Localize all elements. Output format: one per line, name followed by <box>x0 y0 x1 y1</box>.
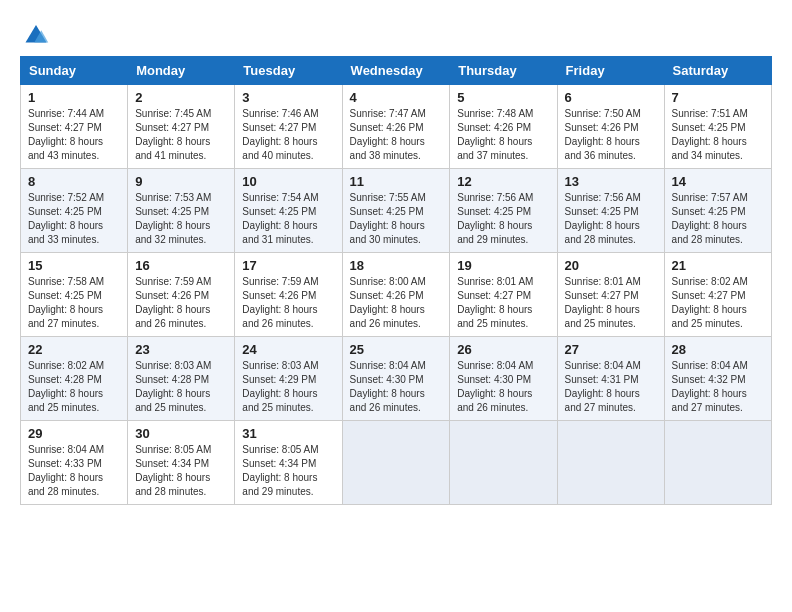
calendar-cell <box>664 421 771 505</box>
calendar-cell: 27Sunrise: 8:04 AMSunset: 4:31 PMDayligh… <box>557 337 664 421</box>
day-detail: Sunrise: 7:58 AMSunset: 4:25 PMDaylight:… <box>28 276 104 329</box>
calendar-cell: 6Sunrise: 7:50 AMSunset: 4:26 PMDaylight… <box>557 85 664 169</box>
calendar-cell: 29Sunrise: 8:04 AMSunset: 4:33 PMDayligh… <box>21 421 128 505</box>
calendar-cell: 26Sunrise: 8:04 AMSunset: 4:30 PMDayligh… <box>450 337 557 421</box>
day-number: 21 <box>672 258 764 273</box>
calendar-cell: 17Sunrise: 7:59 AMSunset: 4:26 PMDayligh… <box>235 253 342 337</box>
day-number: 7 <box>672 90 764 105</box>
day-number: 26 <box>457 342 549 357</box>
day-detail: Sunrise: 8:02 AMSunset: 4:27 PMDaylight:… <box>672 276 748 329</box>
day-detail: Sunrise: 8:05 AMSunset: 4:34 PMDaylight:… <box>242 444 318 497</box>
day-detail: Sunrise: 7:46 AMSunset: 4:27 PMDaylight:… <box>242 108 318 161</box>
header-thursday: Thursday <box>450 57 557 85</box>
day-detail: Sunrise: 7:56 AMSunset: 4:25 PMDaylight:… <box>457 192 533 245</box>
day-detail: Sunrise: 7:55 AMSunset: 4:25 PMDaylight:… <box>350 192 426 245</box>
page-header <box>20 18 772 46</box>
calendar-cell: 9Sunrise: 7:53 AMSunset: 4:25 PMDaylight… <box>128 169 235 253</box>
calendar-week-5: 29Sunrise: 8:04 AMSunset: 4:33 PMDayligh… <box>21 421 772 505</box>
calendar-cell <box>450 421 557 505</box>
calendar-cell: 13Sunrise: 7:56 AMSunset: 4:25 PMDayligh… <box>557 169 664 253</box>
calendar-cell: 3Sunrise: 7:46 AMSunset: 4:27 PMDaylight… <box>235 85 342 169</box>
day-detail: Sunrise: 8:04 AMSunset: 4:30 PMDaylight:… <box>350 360 426 413</box>
day-number: 14 <box>672 174 764 189</box>
calendar-week-4: 22Sunrise: 8:02 AMSunset: 4:28 PMDayligh… <box>21 337 772 421</box>
calendar-cell: 23Sunrise: 8:03 AMSunset: 4:28 PMDayligh… <box>128 337 235 421</box>
day-number: 3 <box>242 90 334 105</box>
header-wednesday: Wednesday <box>342 57 450 85</box>
calendar-cell: 1Sunrise: 7:44 AMSunset: 4:27 PMDaylight… <box>21 85 128 169</box>
logo <box>20 18 50 46</box>
day-number: 18 <box>350 258 443 273</box>
calendar-cell <box>342 421 450 505</box>
calendar-cell: 19Sunrise: 8:01 AMSunset: 4:27 PMDayligh… <box>450 253 557 337</box>
day-detail: Sunrise: 7:47 AMSunset: 4:26 PMDaylight:… <box>350 108 426 161</box>
calendar-cell: 10Sunrise: 7:54 AMSunset: 4:25 PMDayligh… <box>235 169 342 253</box>
day-detail: Sunrise: 8:04 AMSunset: 4:32 PMDaylight:… <box>672 360 748 413</box>
day-number: 28 <box>672 342 764 357</box>
day-number: 5 <box>457 90 549 105</box>
calendar-cell: 16Sunrise: 7:59 AMSunset: 4:26 PMDayligh… <box>128 253 235 337</box>
day-detail: Sunrise: 8:04 AMSunset: 4:31 PMDaylight:… <box>565 360 641 413</box>
header-sunday: Sunday <box>21 57 128 85</box>
day-number: 9 <box>135 174 227 189</box>
day-number: 10 <box>242 174 334 189</box>
header-tuesday: Tuesday <box>235 57 342 85</box>
header-saturday: Saturday <box>664 57 771 85</box>
day-detail: Sunrise: 7:59 AMSunset: 4:26 PMDaylight:… <box>242 276 318 329</box>
day-number: 16 <box>135 258 227 273</box>
day-number: 24 <box>242 342 334 357</box>
day-number: 20 <box>565 258 657 273</box>
day-detail: Sunrise: 8:01 AMSunset: 4:27 PMDaylight:… <box>457 276 533 329</box>
day-detail: Sunrise: 7:48 AMSunset: 4:26 PMDaylight:… <box>457 108 533 161</box>
day-detail: Sunrise: 7:45 AMSunset: 4:27 PMDaylight:… <box>135 108 211 161</box>
day-number: 4 <box>350 90 443 105</box>
day-detail: Sunrise: 8:01 AMSunset: 4:27 PMDaylight:… <box>565 276 641 329</box>
header-monday: Monday <box>128 57 235 85</box>
header-friday: Friday <box>557 57 664 85</box>
calendar-cell: 15Sunrise: 7:58 AMSunset: 4:25 PMDayligh… <box>21 253 128 337</box>
calendar-cell: 18Sunrise: 8:00 AMSunset: 4:26 PMDayligh… <box>342 253 450 337</box>
day-detail: Sunrise: 7:50 AMSunset: 4:26 PMDaylight:… <box>565 108 641 161</box>
calendar-week-2: 8Sunrise: 7:52 AMSunset: 4:25 PMDaylight… <box>21 169 772 253</box>
day-detail: Sunrise: 7:59 AMSunset: 4:26 PMDaylight:… <box>135 276 211 329</box>
day-number: 30 <box>135 426 227 441</box>
day-number: 23 <box>135 342 227 357</box>
day-number: 22 <box>28 342 120 357</box>
day-detail: Sunrise: 8:00 AMSunset: 4:26 PMDaylight:… <box>350 276 426 329</box>
calendar-cell: 7Sunrise: 7:51 AMSunset: 4:25 PMDaylight… <box>664 85 771 169</box>
day-detail: Sunrise: 7:51 AMSunset: 4:25 PMDaylight:… <box>672 108 748 161</box>
day-number: 17 <box>242 258 334 273</box>
calendar-cell: 21Sunrise: 8:02 AMSunset: 4:27 PMDayligh… <box>664 253 771 337</box>
calendar-cell: 11Sunrise: 7:55 AMSunset: 4:25 PMDayligh… <box>342 169 450 253</box>
day-detail: Sunrise: 7:56 AMSunset: 4:25 PMDaylight:… <box>565 192 641 245</box>
day-detail: Sunrise: 8:04 AMSunset: 4:33 PMDaylight:… <box>28 444 104 497</box>
day-detail: Sunrise: 8:04 AMSunset: 4:30 PMDaylight:… <box>457 360 533 413</box>
day-detail: Sunrise: 7:57 AMSunset: 4:25 PMDaylight:… <box>672 192 748 245</box>
calendar-cell: 4Sunrise: 7:47 AMSunset: 4:26 PMDaylight… <box>342 85 450 169</box>
day-number: 1 <box>28 90 120 105</box>
day-number: 8 <box>28 174 120 189</box>
calendar-cell: 22Sunrise: 8:02 AMSunset: 4:28 PMDayligh… <box>21 337 128 421</box>
day-number: 25 <box>350 342 443 357</box>
day-detail: Sunrise: 8:03 AMSunset: 4:29 PMDaylight:… <box>242 360 318 413</box>
day-detail: Sunrise: 7:53 AMSunset: 4:25 PMDaylight:… <box>135 192 211 245</box>
calendar-cell: 2Sunrise: 7:45 AMSunset: 4:27 PMDaylight… <box>128 85 235 169</box>
day-number: 12 <box>457 174 549 189</box>
calendar-week-3: 15Sunrise: 7:58 AMSunset: 4:25 PMDayligh… <box>21 253 772 337</box>
day-number: 6 <box>565 90 657 105</box>
calendar-cell: 28Sunrise: 8:04 AMSunset: 4:32 PMDayligh… <box>664 337 771 421</box>
day-number: 13 <box>565 174 657 189</box>
calendar-cell: 24Sunrise: 8:03 AMSunset: 4:29 PMDayligh… <box>235 337 342 421</box>
day-number: 27 <box>565 342 657 357</box>
day-detail: Sunrise: 8:05 AMSunset: 4:34 PMDaylight:… <box>135 444 211 497</box>
calendar-cell: 25Sunrise: 8:04 AMSunset: 4:30 PMDayligh… <box>342 337 450 421</box>
day-number: 11 <box>350 174 443 189</box>
calendar-table: SundayMondayTuesdayWednesdayThursdayFrid… <box>20 56 772 505</box>
calendar-cell: 5Sunrise: 7:48 AMSunset: 4:26 PMDaylight… <box>450 85 557 169</box>
calendar-cell: 8Sunrise: 7:52 AMSunset: 4:25 PMDaylight… <box>21 169 128 253</box>
calendar-cell <box>557 421 664 505</box>
day-number: 2 <box>135 90 227 105</box>
day-detail: Sunrise: 7:52 AMSunset: 4:25 PMDaylight:… <box>28 192 104 245</box>
calendar-cell: 30Sunrise: 8:05 AMSunset: 4:34 PMDayligh… <box>128 421 235 505</box>
calendar-cell: 20Sunrise: 8:01 AMSunset: 4:27 PMDayligh… <box>557 253 664 337</box>
